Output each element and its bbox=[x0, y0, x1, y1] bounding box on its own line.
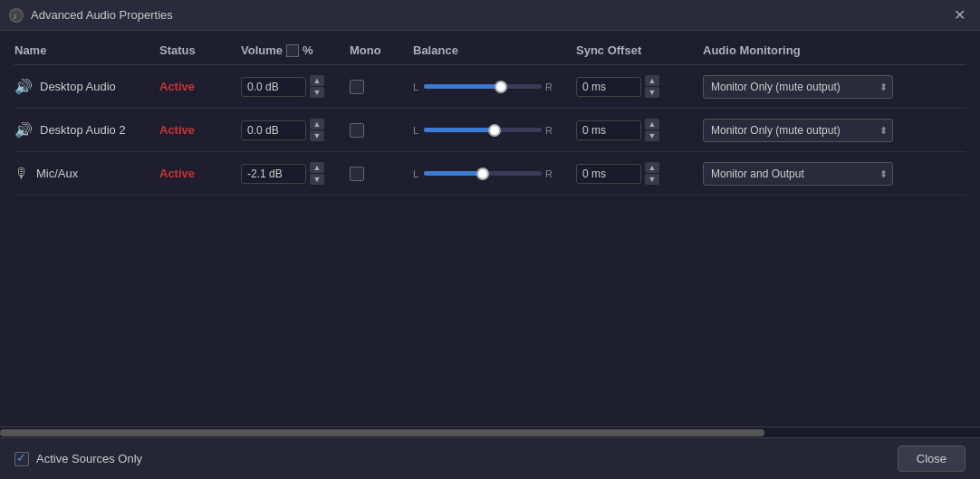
volume-down-desktop-audio-2[interactable]: ▼ bbox=[310, 130, 324, 141]
close-button[interactable]: Close bbox=[898, 445, 966, 472]
monitoring-select-mic-aux[interactable]: No MonitorMonitor Only (mute output)Moni… bbox=[703, 162, 893, 186]
balance-fill-desktop-audio bbox=[424, 84, 501, 89]
sync-cell-mic-aux[interactable]: ▲ ▼ bbox=[576, 162, 703, 185]
mono-cell-mic-aux bbox=[350, 167, 413, 181]
main-content: Name Status Volume % Mono Balance Sync O… bbox=[0, 31, 980, 437]
active-sources-text: Active Sources Only bbox=[36, 452, 142, 465]
volume-spinner-mic-aux[interactable]: ▲ ▼ bbox=[310, 162, 324, 185]
balance-fill-mic-aux bbox=[424, 171, 483, 176]
col-header-monitoring: Audio Monitoring bbox=[703, 43, 902, 57]
scrollbar-thumb[interactable] bbox=[0, 429, 764, 436]
volume-up-mic-aux[interactable]: ▲ bbox=[310, 162, 324, 173]
source-label-mic-aux: Mic/Aux bbox=[36, 167, 78, 180]
sync-cell-desktop-audio[interactable]: ▲ ▼ bbox=[576, 75, 703, 98]
monitoring-cell-desktop-audio-2[interactable]: No MonitorMonitor Only (mute output)Moni… bbox=[703, 119, 893, 142]
active-sources-label[interactable]: Active Sources Only bbox=[14, 452, 142, 466]
sync-spinner-mic-aux[interactable]: ▲ ▼ bbox=[645, 162, 659, 185]
source-icon-mic-aux: 🎙 bbox=[14, 166, 29, 182]
volume-control-desktop-audio-2[interactable]: ▲ ▼ bbox=[241, 119, 350, 141]
active-sources-checkbox[interactable] bbox=[14, 452, 29, 466]
volume-input-desktop-audio-2[interactable] bbox=[241, 120, 306, 140]
sync-spinner-desktop-audio-2[interactable]: ▲ ▼ bbox=[645, 119, 659, 141]
volume-header-checkbox[interactable] bbox=[286, 44, 299, 57]
table-row: 🔊 Desktop Audio Active ▲ ▼ L R bbox=[14, 65, 966, 109]
mono-checkbox-desktop-audio-2[interactable] bbox=[350, 123, 364, 138]
col-header-sync: Sync Offset bbox=[576, 43, 703, 57]
source-label-desktop-audio-2: Desktop Audio 2 bbox=[40, 123, 126, 137]
window-close-button[interactable]: ✕ bbox=[948, 5, 971, 25]
col-header-volume: Volume % bbox=[241, 43, 350, 57]
balance-r-label-desktop-audio-2: R bbox=[545, 125, 552, 136]
footer: Active Sources Only Close bbox=[0, 437, 980, 479]
volume-input-mic-aux[interactable] bbox=[241, 164, 306, 184]
table-header: Name Status Volume % Mono Balance Sync O… bbox=[14, 40, 966, 65]
source-name-desktop-audio-2: 🔊 Desktop Audio 2 bbox=[14, 121, 159, 139]
balance-r-label-desktop-audio: R bbox=[545, 81, 552, 92]
status-cell-mic-aux: Active bbox=[159, 167, 241, 180]
volume-down-desktop-audio[interactable]: ▼ bbox=[310, 87, 324, 98]
sync-up-mic-aux[interactable]: ▲ bbox=[645, 162, 659, 173]
source-name-mic-aux: 🎙 Mic/Aux bbox=[14, 166, 159, 182]
table-row: 🔊 Desktop Audio 2 Active ▲ ▼ L R bbox=[14, 109, 966, 152]
volume-up-desktop-audio[interactable]: ▲ bbox=[310, 75, 324, 86]
title-bar-left: ♪ Advanced Audio Properties bbox=[9, 8, 173, 23]
balance-l-label-desktop-audio: L bbox=[413, 81, 420, 92]
col-header-name: Name bbox=[14, 43, 159, 57]
table-rows: 🔊 Desktop Audio Active ▲ ▼ L R bbox=[14, 65, 966, 426]
volume-spinner-desktop-audio-2[interactable]: ▲ ▼ bbox=[310, 119, 324, 141]
status-badge-desktop-audio: Active bbox=[159, 80, 195, 93]
mono-cell-desktop-audio bbox=[350, 80, 413, 94]
volume-down-mic-aux[interactable]: ▼ bbox=[310, 174, 324, 185]
sync-input-mic-aux[interactable] bbox=[576, 164, 641, 184]
app-icon: ♪ bbox=[9, 8, 24, 23]
col-header-mono: Mono bbox=[350, 43, 413, 57]
mono-checkbox-desktop-audio[interactable] bbox=[350, 80, 364, 94]
horizontal-scrollbar[interactable] bbox=[0, 426, 980, 437]
mono-checkbox-mic-aux[interactable] bbox=[350, 167, 364, 181]
sync-input-desktop-audio[interactable] bbox=[576, 77, 641, 97]
sync-down-desktop-audio[interactable]: ▼ bbox=[645, 87, 659, 98]
table-row: 🎙 Mic/Aux Active ▲ ▼ L R ▲ bbox=[14, 152, 966, 196]
balance-thumb-mic-aux[interactable] bbox=[476, 168, 489, 180]
status-badge-mic-aux: Active bbox=[159, 167, 195, 180]
balance-l-label-desktop-audio-2: L bbox=[413, 125, 420, 136]
balance-track-desktop-audio-2[interactable] bbox=[424, 128, 542, 132]
window-title: Advanced Audio Properties bbox=[31, 8, 173, 22]
sync-up-desktop-audio-2[interactable]: ▲ bbox=[645, 119, 659, 129]
source-label-desktop-audio: Desktop Audio bbox=[40, 80, 116, 93]
balance-track-desktop-audio[interactable] bbox=[424, 84, 542, 89]
balance-r-label-mic-aux: R bbox=[545, 168, 552, 179]
source-icon-desktop-audio: 🔊 bbox=[14, 78, 33, 95]
sync-down-desktop-audio-2[interactable]: ▼ bbox=[645, 130, 659, 141]
status-cell-desktop-audio-2: Active bbox=[159, 123, 241, 137]
monitoring-select-desktop-audio-2[interactable]: No MonitorMonitor Only (mute output)Moni… bbox=[703, 119, 893, 142]
balance-track-mic-aux[interactable] bbox=[424, 171, 542, 176]
volume-input-desktop-audio[interactable] bbox=[241, 77, 306, 97]
balance-cell-desktop-audio: L R bbox=[413, 81, 567, 92]
sync-cell-desktop-audio-2[interactable]: ▲ ▼ bbox=[576, 119, 703, 141]
sync-input-desktop-audio-2[interactable] bbox=[576, 120, 641, 140]
sync-down-mic-aux[interactable]: ▼ bbox=[645, 174, 659, 185]
monitoring-cell-mic-aux[interactable]: No MonitorMonitor Only (mute output)Moni… bbox=[703, 162, 893, 186]
balance-l-label-mic-aux: L bbox=[413, 168, 420, 179]
volume-control-mic-aux[interactable]: ▲ ▼ bbox=[241, 162, 350, 185]
monitoring-cell-desktop-audio[interactable]: No MonitorMonitor Only (mute output)Moni… bbox=[703, 75, 893, 99]
status-cell-desktop-audio: Active bbox=[159, 80, 241, 93]
monitoring-select-desktop-audio[interactable]: No MonitorMonitor Only (mute output)Moni… bbox=[703, 75, 893, 99]
mono-cell-desktop-audio-2 bbox=[350, 123, 413, 138]
col-header-status: Status bbox=[159, 43, 241, 57]
source-icon-desktop-audio-2: 🔊 bbox=[14, 121, 33, 139]
balance-cell-desktop-audio-2: L R bbox=[413, 125, 567, 136]
sync-up-desktop-audio[interactable]: ▲ bbox=[645, 75, 659, 86]
volume-control-desktop-audio[interactable]: ▲ ▼ bbox=[241, 75, 350, 98]
sync-spinner-desktop-audio[interactable]: ▲ ▼ bbox=[645, 75, 659, 98]
source-name-desktop-audio: 🔊 Desktop Audio bbox=[14, 78, 159, 95]
balance-thumb-desktop-audio[interactable] bbox=[495, 81, 507, 93]
volume-spinner-desktop-audio[interactable]: ▲ ▼ bbox=[310, 75, 324, 98]
col-header-balance: Balance bbox=[413, 43, 576, 57]
volume-up-desktop-audio-2[interactable]: ▲ bbox=[310, 119, 324, 129]
svg-text:♪: ♪ bbox=[13, 11, 17, 21]
balance-fill-desktop-audio-2 bbox=[424, 128, 495, 132]
balance-thumb-desktop-audio-2[interactable] bbox=[488, 124, 501, 137]
title-bar: ♪ Advanced Audio Properties ✕ bbox=[0, 0, 980, 31]
